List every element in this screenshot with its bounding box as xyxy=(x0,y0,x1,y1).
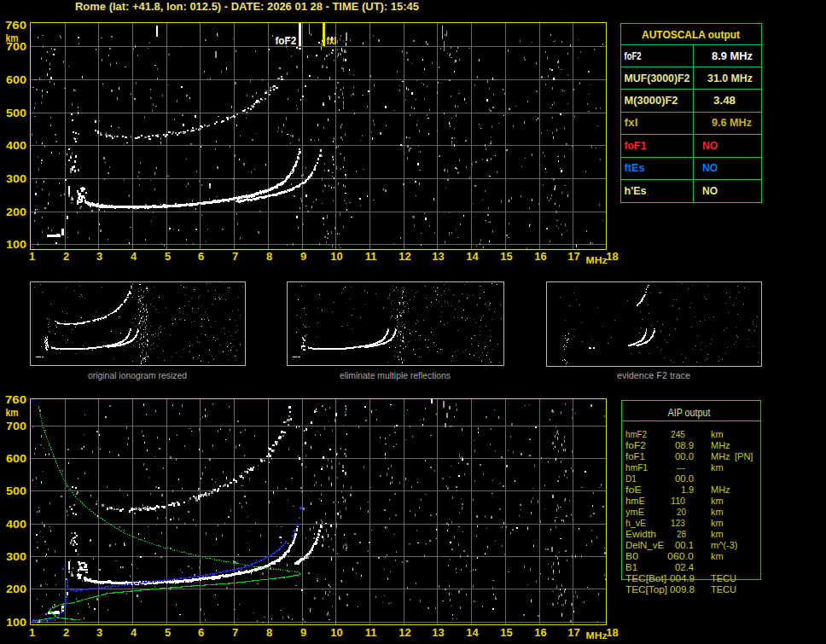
svg-text:hmE: hmE xyxy=(625,496,645,506)
svg-text:B1: B1 xyxy=(625,562,637,572)
svg-text:MHz: MHz xyxy=(711,484,730,495)
svg-text:ftEs: ftEs xyxy=(625,162,645,174)
svg-text:00.0: 00.0 xyxy=(675,473,694,484)
svg-text:hmF2: hmF2 xyxy=(625,429,647,439)
svg-text:NO: NO xyxy=(702,162,718,174)
svg-text:9.6 MHz: 9.6 MHz xyxy=(712,117,752,129)
svg-text:7: 7 xyxy=(232,626,238,639)
svg-text:00.0: 00.0 xyxy=(675,451,694,461)
svg-text:9: 9 xyxy=(300,250,306,263)
svg-text:8: 8 xyxy=(266,250,272,263)
svg-text:2: 2 xyxy=(63,626,69,639)
svg-text:123: 123 xyxy=(671,518,685,528)
svg-text:3: 3 xyxy=(96,250,102,263)
svg-text:9: 9 xyxy=(300,626,306,639)
svg-text:17: 17 xyxy=(567,250,579,263)
svg-text:DelN_vE: DelN_vE xyxy=(625,540,664,550)
svg-text:fxI: fxI xyxy=(326,34,336,47)
svg-text:MHz: MHz xyxy=(711,451,730,461)
svg-text:004.9: 004.9 xyxy=(670,573,695,583)
svg-text:TEC[Top]: TEC[Top] xyxy=(625,584,667,595)
svg-text:14: 14 xyxy=(466,250,479,263)
svg-text:TEC[Bot]: TEC[Bot] xyxy=(625,573,666,583)
svg-text:NO: NO xyxy=(702,140,718,152)
svg-text:[PN]: [PN] xyxy=(735,451,753,461)
svg-text:31.0 MHz: 31.0 MHz xyxy=(707,73,753,84)
svg-text:12: 12 xyxy=(398,626,410,639)
svg-text:200: 200 xyxy=(6,583,26,595)
svg-text:10: 10 xyxy=(330,626,342,639)
svg-text:km: km xyxy=(711,551,724,561)
svg-text:foF1: foF1 xyxy=(625,451,645,461)
svg-text:3: 3 xyxy=(96,626,102,639)
svg-text:14: 14 xyxy=(466,626,479,639)
svg-text:M(3000)F2: M(3000)F2 xyxy=(625,95,678,107)
svg-text:16: 16 xyxy=(534,626,546,639)
svg-text:B0: B0 xyxy=(625,551,638,561)
svg-text:km: km xyxy=(711,429,724,439)
svg-text:h'Es: h'Es xyxy=(625,185,647,197)
svg-text:12: 12 xyxy=(398,250,410,263)
svg-text:D1: D1 xyxy=(625,473,637,484)
svg-text:400: 400 xyxy=(6,518,26,531)
svg-text:2: 2 xyxy=(63,250,69,263)
svg-text:28: 28 xyxy=(677,529,686,539)
svg-text:1: 1 xyxy=(29,626,35,639)
svg-text:km: km xyxy=(711,518,724,528)
svg-text:foF2: foF2 xyxy=(625,440,646,450)
svg-text:3.48: 3.48 xyxy=(713,95,736,107)
svg-text:300: 300 xyxy=(6,550,26,563)
svg-text:300: 300 xyxy=(6,172,26,185)
svg-text:009.8: 009.8 xyxy=(670,584,695,595)
svg-text:6: 6 xyxy=(198,250,204,263)
svg-text:700: 700 xyxy=(6,420,26,432)
svg-text:h_vE: h_vE xyxy=(625,518,646,528)
svg-text:MUF(3000)F2: MUF(3000)F2 xyxy=(625,73,690,84)
svg-text:evidence F2 trace: evidence F2 trace xyxy=(617,370,690,380)
svg-text:original ionogram resized: original ionogram resized xyxy=(88,370,187,380)
svg-text:m^(-3): m^(-3) xyxy=(711,540,737,550)
svg-text:TECU: TECU xyxy=(711,584,736,595)
svg-text:18: 18 xyxy=(606,626,618,639)
svg-text:eliminate multiple reflections: eliminate multiple reflections xyxy=(340,370,451,380)
svg-text:13: 13 xyxy=(432,250,444,263)
svg-text:foF2: foF2 xyxy=(625,50,642,62)
svg-text:18: 18 xyxy=(606,250,618,263)
svg-text:AUTOSCALA output: AUTOSCALA output xyxy=(642,29,740,41)
svg-text:400: 400 xyxy=(6,139,26,152)
svg-text:6: 6 xyxy=(198,626,204,639)
svg-text:8.9 MHz: 8.9 MHz xyxy=(712,50,753,62)
svg-text:1.9: 1.9 xyxy=(681,484,694,495)
svg-text:km: km xyxy=(711,507,724,517)
svg-text:1: 1 xyxy=(29,250,35,263)
svg-text:8: 8 xyxy=(266,626,272,639)
svg-text:---: --- xyxy=(677,462,685,473)
svg-text:760: 760 xyxy=(5,19,26,32)
svg-text:500: 500 xyxy=(6,107,26,119)
svg-text:7: 7 xyxy=(232,250,238,263)
svg-text:10: 10 xyxy=(330,250,342,263)
svg-text:foF1: foF1 xyxy=(625,140,647,152)
svg-text:ymE: ymE xyxy=(625,507,644,517)
svg-text:110: 110 xyxy=(671,496,685,506)
svg-text:200: 200 xyxy=(6,206,26,218)
svg-text:fxI: fxI xyxy=(625,117,638,129)
svg-text:17: 17 xyxy=(567,626,579,639)
svg-text:MHz: MHz xyxy=(586,255,608,265)
svg-text:100: 100 xyxy=(6,616,26,629)
svg-text:AIP output: AIP output xyxy=(668,407,712,419)
svg-text:13: 13 xyxy=(432,626,444,639)
svg-text:500: 500 xyxy=(6,484,26,497)
svg-text:4: 4 xyxy=(131,250,137,263)
svg-text:02.4: 02.4 xyxy=(675,562,694,572)
svg-text:08.9: 08.9 xyxy=(675,440,694,450)
svg-text:760: 760 xyxy=(5,393,26,406)
svg-text:km: km xyxy=(711,462,724,473)
svg-text:700: 700 xyxy=(6,40,26,53)
svg-text:TECU: TECU xyxy=(711,573,736,583)
svg-text:20: 20 xyxy=(677,507,686,517)
svg-text:600: 600 xyxy=(6,73,26,86)
svg-text:MHz: MHz xyxy=(711,440,730,450)
svg-text:km: km xyxy=(711,529,724,539)
svg-text:NO: NO xyxy=(702,185,718,197)
